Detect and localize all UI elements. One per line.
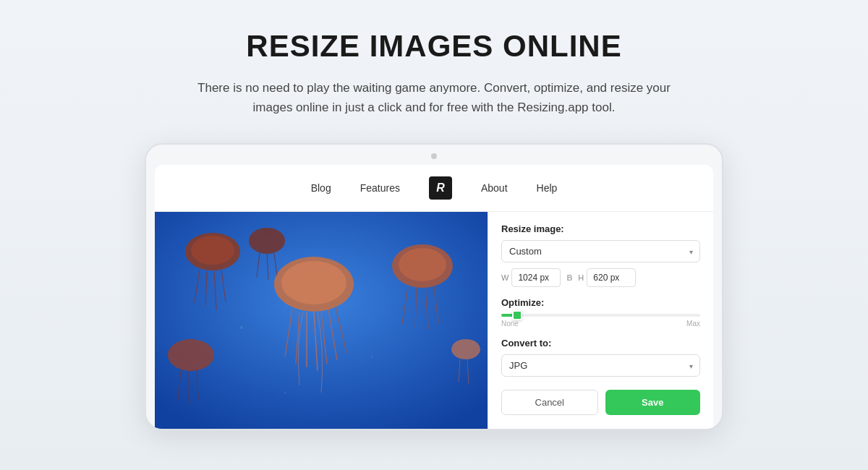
svg-point-35 (284, 392, 286, 394)
svg-point-2 (281, 261, 346, 304)
page-title: RESIZE IMAGES ONLINE (246, 29, 621, 64)
svg-point-33 (240, 326, 243, 329)
controls-panel: Resize image: Custom Original 800×600 10… (488, 212, 713, 429)
svg-point-11 (191, 236, 234, 265)
link-icon[interactable]: B (566, 273, 572, 282)
svg-point-34 (371, 356, 373, 358)
slider-labels: None Max (501, 320, 700, 328)
width-input[interactable] (511, 268, 561, 287)
height-input[interactable] (587, 268, 636, 287)
nav-item-help[interactable]: Help (537, 182, 558, 194)
optimize-label: Optimize: (501, 297, 700, 308)
tablet-nav: Blog Features R About Help (155, 165, 713, 212)
tablet-screen: Blog Features R About Help (155, 165, 713, 429)
jellyfish-background (155, 212, 488, 429)
optimize-slider-wrapper: None Max (501, 314, 700, 328)
convert-select[interactable]: JPG PNG WEBP GIF (501, 354, 700, 377)
action-buttons: Cancel Save (501, 390, 700, 415)
nav-logo[interactable]: R (429, 176, 452, 200)
resize-select[interactable]: Custom Original 800×600 1024×768 (501, 240, 700, 262)
tablet-mockup: Blog Features R About Help (145, 143, 723, 430)
resize-label: Resize image: (501, 223, 700, 234)
nav-item-features[interactable]: Features (360, 182, 400, 194)
image-panel (155, 212, 488, 429)
height-label: H (578, 273, 584, 282)
svg-point-30 (451, 339, 480, 359)
slider-track[interactable] (501, 314, 700, 317)
tablet-camera (431, 153, 437, 159)
svg-point-22 (249, 228, 285, 254)
convert-select-wrapper: JPG PNG WEBP GIF ▾ (501, 354, 700, 377)
hero-subtitle: There is no need to play the waiting gam… (181, 78, 687, 117)
tablet-content: Resize image: Custom Original 800×600 10… (155, 212, 713, 429)
jellyfish-svg (155, 212, 488, 429)
svg-point-17 (399, 248, 446, 281)
resize-select-wrapper: Custom Original 800×600 1024×768 ▾ (501, 240, 700, 262)
slider-thumb[interactable] (512, 310, 522, 320)
optimize-section: Optimize: None Max (501, 297, 700, 328)
dimensions-row: W B H (501, 268, 700, 287)
cancel-button[interactable]: Cancel (501, 390, 598, 415)
slider-none-label: None (501, 320, 519, 328)
width-label: W (501, 273, 509, 282)
convert-section: Convert to: JPG PNG WEBP GIF ▾ (501, 338, 700, 377)
convert-label: Convert to: (501, 338, 700, 349)
slider-max-label: Max (686, 320, 700, 328)
save-button[interactable]: Save (605, 390, 701, 415)
width-group: W (501, 268, 561, 287)
height-group: H (578, 268, 636, 287)
resize-section: Resize image: Custom Original 800×600 10… (501, 223, 700, 287)
page-wrapper: RESIZE IMAGES ONLINE There is no need to… (0, 0, 868, 430)
nav-item-about[interactable]: About (481, 182, 508, 194)
svg-point-26 (168, 339, 214, 371)
nav-item-blog[interactable]: Blog (311, 182, 331, 194)
